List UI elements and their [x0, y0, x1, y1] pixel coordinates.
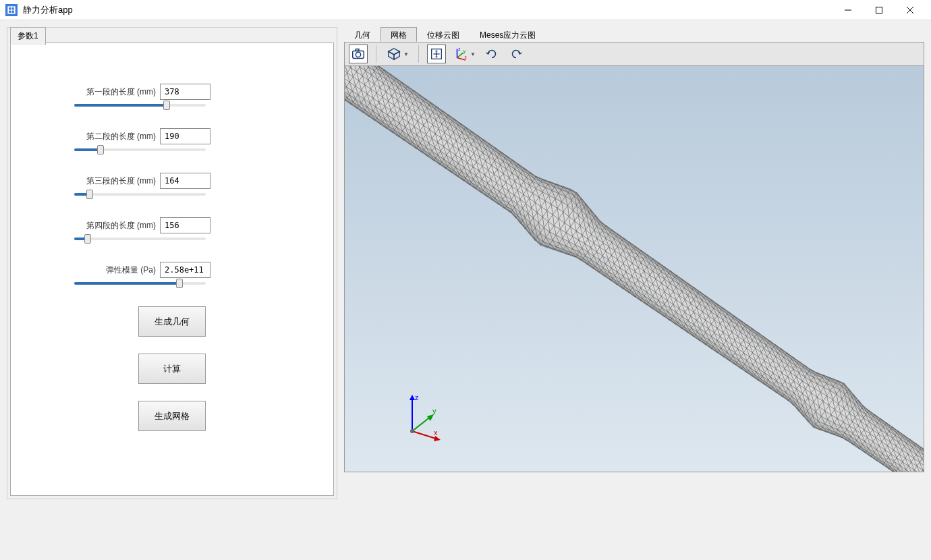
slider-thumb[interactable]: [84, 234, 91, 244]
viewer-tab-3[interactable]: Meses应力云图: [470, 27, 546, 42]
param-slider-3[interactable]: [74, 237, 206, 240]
param-field-2: 第三段的长度 (mm): [72, 173, 273, 196]
xyz-axes-icon[interactable]: z y x: [451, 45, 470, 63]
viewer-tab-0[interactable]: 几何: [344, 27, 380, 42]
parameters-panel: 参数1 第一段的长度 (mm)第二段的长度 (mm)第三段的长度 (mm)第四段…: [7, 27, 337, 499]
svg-text:y: y: [463, 49, 466, 54]
camera-icon[interactable]: [349, 45, 368, 63]
axes-triad: z y x: [399, 391, 453, 445]
svg-marker-11: [389, 51, 394, 59]
param-input-3[interactable]: [160, 217, 210, 233]
main-area: 参数1 第一段的长度 (mm)第二段的长度 (mm)第三段的长度 (mm)第四段…: [0, 20, 931, 560]
param-field-4: 弹性模量 (Pa): [72, 262, 273, 285]
svg-marker-12: [394, 51, 399, 59]
svg-text:z: z: [458, 47, 460, 51]
slider-thumb[interactable]: [176, 279, 183, 288]
param-field-0: 第一段的长度 (mm): [72, 84, 273, 107]
close-button[interactable]: [895, 0, 926, 20]
slider-thumb[interactable]: [163, 101, 170, 110]
param-field-3: 第四段的长度 (mm): [72, 217, 273, 240]
svg-text:x: x: [465, 55, 468, 59]
param-slider-2[interactable]: [74, 193, 206, 196]
param-label: 弹性模量 (Pa): [72, 264, 156, 276]
svg-point-2671: [410, 429, 414, 433]
svg-text:z: z: [415, 393, 419, 401]
chevron-down-icon: ▼: [470, 51, 477, 57]
svg-marker-10: [389, 49, 400, 55]
svg-rect-4: [876, 7, 882, 13]
parameters-tab[interactable]: 参数1: [10, 27, 46, 45]
svg-rect-9: [356, 49, 359, 51]
cube-icon[interactable]: [385, 45, 403, 63]
param-slider-1[interactable]: [74, 148, 206, 151]
svg-marker-2666: [427, 414, 434, 421]
svg-marker-2663: [410, 395, 415, 400]
titlebar: 静力分析app: [0, 0, 931, 20]
parameters-form: 第一段的长度 (mm)第二段的长度 (mm)第三段的长度 (mm)第四段的长度 …: [10, 43, 334, 496]
param-input-1[interactable]: [160, 128, 210, 144]
view-cube-dropdown[interactable]: ▼: [385, 45, 410, 63]
param-label: 第四段的长度 (mm): [72, 220, 156, 231]
param-label: 第三段的长度 (mm): [72, 175, 156, 187]
slider-thumb[interactable]: [86, 190, 93, 199]
svg-marker-2669: [434, 436, 441, 441]
param-label: 第一段的长度 (mm): [72, 86, 156, 98]
param-label: 第二段的长度 (mm): [72, 131, 156, 142]
viewer-tab-2[interactable]: 位移云图: [417, 27, 470, 42]
axes-orientation-dropdown[interactable]: z y x ▼: [451, 45, 477, 63]
rotate-ccw-icon[interactable]: [482, 45, 501, 63]
param-slider-4[interactable]: [74, 282, 206, 285]
generate-geometry-button[interactable]: 生成几何: [138, 306, 206, 337]
rotate-cw-icon[interactable]: [507, 45, 526, 63]
param-input-0[interactable]: [160, 84, 210, 100]
param-input-4[interactable]: [160, 262, 210, 278]
svg-point-8: [356, 52, 360, 57]
viewer-tabs: 几何网格位移云图Meses应力云图: [344, 27, 924, 42]
fit-view-icon[interactable]: [427, 45, 446, 63]
param-slider-0[interactable]: [74, 104, 206, 107]
app-icon: [5, 4, 18, 16]
compute-button[interactable]: 计算: [138, 354, 206, 384]
svg-text:y: y: [432, 407, 436, 415]
param-input-2[interactable]: [160, 173, 210, 189]
mesh-viewport[interactable]: z y x: [344, 66, 924, 472]
param-field-1: 第二段的长度 (mm): [72, 128, 273, 151]
slider-thumb[interactable]: [97, 145, 104, 155]
viewer-toolbar: ▼ z y x ▼: [344, 42, 924, 66]
generate-mesh-button[interactable]: 生成网格: [138, 401, 206, 431]
viewer-panel: 几何网格位移云图Meses应力云图 ▼ z y: [344, 27, 924, 472]
svg-line-18: [457, 53, 463, 57]
maximize-button[interactable]: [864, 0, 895, 20]
svg-line-2665: [412, 416, 431, 431]
minimize-button[interactable]: [833, 0, 864, 20]
window-title: 静力分析app: [23, 4, 833, 16]
chevron-down-icon: ▼: [403, 51, 410, 57]
svg-text:x: x: [434, 428, 438, 437]
viewer-tab-1[interactable]: 网格: [380, 27, 417, 42]
